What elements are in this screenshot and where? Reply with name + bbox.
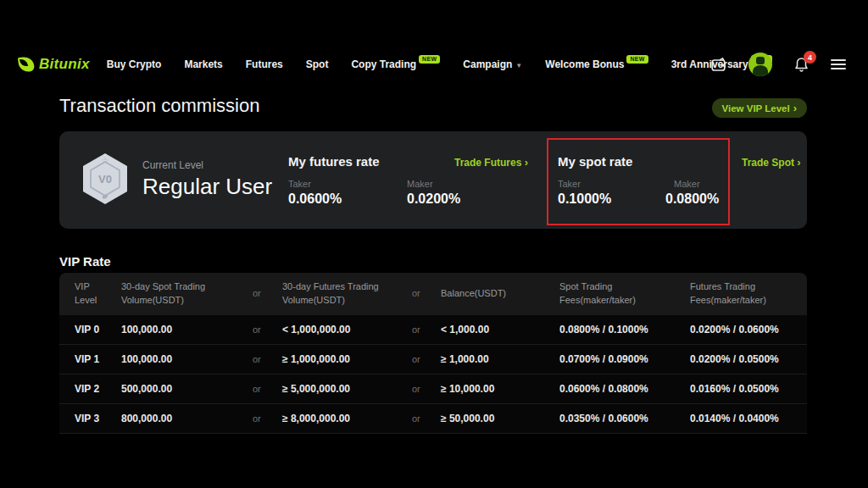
notification-count-badge: 4: [804, 51, 816, 64]
table-cell: VIP 0: [75, 324, 121, 336]
spot-taker-label: Taker: [558, 179, 581, 189]
table-cell: 0.0600% / 0.0800%: [559, 383, 690, 395]
table-cell: 100,000.00: [121, 353, 253, 365]
vip-level-badge: V0 ☆: [81, 152, 130, 209]
chevron-down-icon: ▼: [515, 62, 522, 69]
nav-right: 4: [711, 44, 846, 85]
table-cell: 100,000.00: [121, 324, 253, 336]
nav-item-buy-crypto[interactable]: Buy Crypto: [107, 58, 162, 70]
table-cell: VIP 1: [75, 353, 121, 365]
column-header: Balance(USDT): [441, 287, 559, 301]
nav-item-label: Spot: [306, 58, 329, 70]
table-cell: ≥ 10,000.00: [441, 383, 559, 395]
table-row: VIP 3800,000.00or≥ 8,000,000.00or≥ 50,00…: [59, 404, 807, 434]
column-header: or: [253, 287, 282, 301]
table-cell: or: [412, 413, 441, 424]
table-cell: ≥ 8,000,000.00: [282, 413, 412, 424]
table-cell: 0.0700% / 0.0900%: [559, 353, 690, 365]
table-cell: or: [412, 324, 441, 335]
svg-text:☆: ☆: [102, 156, 109, 165]
nav-item-label: Futures: [246, 58, 283, 70]
bitunix-logo[interactable]: Bitunix: [19, 56, 90, 73]
spot-rate-title: My spot rate: [558, 154, 632, 169]
new-badge: NEW: [419, 55, 440, 64]
commission-rate-card: V0 ☆ Current Level Regular User My futur…: [59, 131, 807, 229]
table-row: VIP 1100,000.00or≥ 1,000,000.00or≥ 1,000…: [59, 345, 807, 374]
chevron-right-icon: ›: [525, 156, 528, 169]
new-badge: NEW: [626, 55, 648, 64]
nav-item-label: Buy Crypto: [107, 58, 162, 70]
table-cell: 0.0200% / 0.0600%: [690, 324, 807, 336]
table-body: VIP 0100,000.00or< 1,000,000.00or< 1,000…: [59, 315, 807, 434]
nav-item-spot[interactable]: Spot: [306, 58, 329, 70]
view-vip-level-label: View VIP Level: [722, 103, 790, 114]
table-cell: < 1,000.00: [441, 324, 559, 336]
leaf-logo-icon: [18, 56, 35, 73]
notifications-bell-icon[interactable]: 4: [794, 57, 809, 72]
column-header: or: [412, 287, 441, 301]
table-cell: ≥ 1,000,000.00: [282, 353, 412, 365]
table-cell: or: [253, 413, 282, 424]
column-header: Spot Trading Fees(maker/taker): [559, 280, 690, 308]
page-title: Transaction commission: [59, 95, 259, 117]
column-header: Futures Trading Fees(maker/taker): [690, 280, 807, 308]
transaction-commission-page: Bitunix Buy CryptoMarketsFuturesSpotCopy…: [0, 0, 868, 488]
table-cell: or: [253, 354, 282, 364]
current-level-name: Regular User: [142, 174, 272, 200]
vip-rate-table: VIP Level30-day Spot Trading Volume(USDT…: [59, 273, 807, 434]
table-cell: < 1,000,000.00: [282, 324, 412, 336]
svg-text:V0: V0: [98, 173, 112, 186]
nav-items: Buy CryptoMarketsFuturesSpotCopy Trading…: [107, 58, 772, 70]
current-level-label: Current Level: [142, 159, 203, 171]
vip-rate-title: VIP Rate: [59, 254, 111, 269]
table-cell: VIP 3: [75, 413, 121, 424]
nav-item-label: Welcome Bonus: [545, 58, 624, 70]
futures-rate-title: My futures rate: [288, 154, 380, 169]
table-header-row: VIP Level30-day Spot Trading Volume(USDT…: [59, 273, 807, 315]
column-header: 30-day Spot Trading Volume(USDT): [121, 280, 253, 308]
chevron-right-icon: ›: [793, 103, 797, 114]
table-cell: or: [253, 384, 282, 394]
user-avatar[interactable]: [748, 53, 772, 76]
futures-taker-value: 0.0600%: [288, 191, 342, 207]
futures-maker-value: 0.0200%: [407, 191, 460, 207]
spot-taker-value: 0.1000%: [558, 191, 611, 207]
futures-maker-label: Maker: [407, 179, 433, 189]
nav-item-label: Copy Trading: [351, 58, 416, 70]
nav-item-markets[interactable]: Markets: [184, 58, 222, 70]
table-cell: or: [412, 384, 441, 394]
view-vip-level-button[interactable]: View VIP Level ›: [712, 98, 807, 118]
chevron-right-icon: ›: [797, 156, 800, 169]
column-header: 30-day Futures Trading Volume(USDT): [282, 280, 412, 308]
wallet-icon[interactable]: [711, 58, 726, 72]
nav-item-copy-trading[interactable]: Copy TradingNEW: [351, 58, 440, 70]
table-row: VIP 0100,000.00or< 1,000,000.00or< 1,000…: [59, 315, 807, 345]
table-cell: or: [253, 324, 282, 335]
table-cell: 800,000.00: [121, 413, 253, 424]
brand-name: Bitunix: [39, 56, 90, 73]
top-nav: Bitunix Buy CryptoMarketsFuturesSpotCopy…: [0, 44, 868, 85]
futures-taker-label: Taker: [288, 179, 311, 189]
nav-item-welcome-bonus[interactable]: Welcome BonusNEW: [545, 58, 648, 70]
table-cell: 500,000.00: [121, 383, 253, 395]
nav-item-label: Campaign: [463, 58, 512, 70]
nav-item-label: Markets: [184, 58, 222, 70]
nav-item-futures[interactable]: Futures: [246, 58, 283, 70]
table-cell: VIP 2: [75, 383, 121, 395]
trade-futures-link[interactable]: Trade Futures ›: [454, 156, 528, 169]
trade-spot-link[interactable]: Trade Spot ›: [742, 156, 801, 169]
table-cell: ≥ 1,000.00: [441, 353, 559, 365]
nav-item-campaign[interactable]: Campaign▼: [463, 58, 522, 70]
table-cell: or: [412, 354, 441, 364]
table-cell: 0.0350% / 0.0600%: [559, 413, 690, 424]
table-cell: ≥ 5,000,000.00: [282, 383, 412, 395]
table-cell: 0.0200% / 0.0500%: [690, 353, 807, 365]
spot-maker-label: Maker: [674, 179, 700, 189]
table-cell: 0.0800% / 0.1000%: [559, 324, 690, 336]
column-header: VIP Level: [75, 280, 121, 308]
table-cell: ≥ 50,000.00: [441, 413, 559, 424]
table-row: VIP 2500,000.00or≥ 5,000,000.00or≥ 10,00…: [59, 374, 807, 404]
spot-maker-value: 0.0800%: [665, 191, 719, 207]
hamburger-menu-icon[interactable]: [831, 59, 846, 69]
table-cell: 0.0160% / 0.0500%: [690, 383, 807, 395]
